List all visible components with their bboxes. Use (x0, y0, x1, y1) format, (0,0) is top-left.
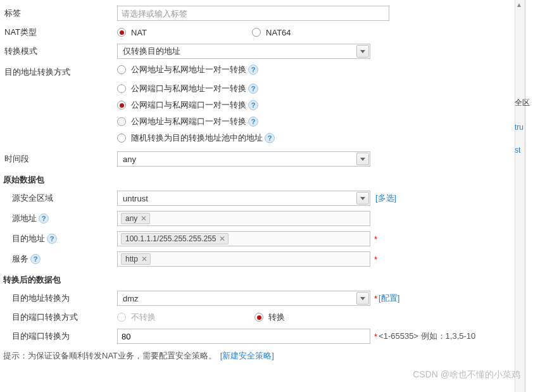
help-icon[interactable]: ? (30, 254, 41, 264)
nat-type-row: NAT类型 NAT NAT64 (0, 23, 525, 41)
side-label-3[interactable]: st (515, 146, 520, 155)
help-icon[interactable]: ? (265, 133, 275, 143)
dest-convert-label: 目的地址转换为 (3, 293, 117, 304)
convert-mode-label: 转换模式 (3, 46, 117, 57)
nat-type-label: NAT类型 (3, 27, 117, 38)
chevron-down-icon (356, 192, 369, 205)
radio-icon (254, 313, 263, 322)
tag-label: 标签 (3, 8, 117, 19)
dest-port-value-row: 目的端口转换为 * <1-65535> 例如：1,3,5-10 (0, 326, 525, 346)
chevron-down-icon (356, 292, 369, 305)
dest-method-radio-0[interactable]: 公网地址与私网地址一对一转换 ? (117, 64, 258, 75)
select-value: dmz (123, 294, 139, 303)
dest-addr-label: 目的地址 (12, 233, 45, 244)
chevron-down-icon (356, 45, 369, 58)
dest-addr-tagbox[interactable]: 100.1.1.1/255.255.255.255 ✕ (117, 231, 370, 246)
tag-input[interactable] (117, 6, 389, 21)
src-addr-row: 源地址 ? any ✕ (0, 208, 525, 229)
orig-packet-header: 原始数据包 (0, 169, 525, 188)
help-icon[interactable]: ? (248, 65, 258, 75)
nat-config-panel: ▲ 标签 NAT类型 NAT NAT64 转换模式 仅转换目的地址 (0, 0, 525, 392)
select-value: 仅转换目的地址 (123, 46, 180, 57)
radio-label: 公网地址与私网端口一对一转换 (131, 116, 246, 127)
radio-label: 随机转换为目的转换地址池中的地址 (131, 132, 263, 144)
select-value: untrust (123, 194, 148, 203)
dest-method-radio-1[interactable]: 公网端口与私网地址一对一转换 ? (117, 83, 258, 94)
radio-icon (117, 84, 126, 93)
convert-mode-row: 转换模式 仅转换目的地址 (0, 41, 525, 61)
nat-type-radio-nat64[interactable]: NAT64 (252, 28, 291, 37)
service-label: 服务 (12, 253, 28, 265)
radio-label: NAT (131, 28, 147, 37)
dest-convert-select[interactable]: dmz (117, 291, 370, 306)
chip-text: http (125, 255, 138, 263)
service-row: 服务 ? http ✕ * (0, 249, 525, 269)
dest-port-method-label: 目的端口转换方式 (3, 312, 117, 323)
required-asterisk: * (374, 294, 377, 303)
radio-label: 转换 (268, 312, 285, 323)
dest-addr-row: 目的地址 ? 100.1.1.1/255.255.255.255 ✕ * (0, 229, 525, 249)
radio-label: NAT64 (266, 28, 291, 37)
help-icon[interactable]: ? (248, 117, 258, 127)
radio-icon (117, 134, 126, 142)
dest-port-input[interactable] (117, 329, 370, 344)
help-icon[interactable]: ? (248, 84, 258, 94)
dest-method-radio-2[interactable]: 公网端口与私网端口一对一转换 ? (117, 99, 258, 111)
close-icon[interactable]: ✕ (141, 214, 147, 223)
chevron-down-icon (356, 153, 369, 165)
side-label-1: 全区 (515, 98, 530, 108)
select-value: any (123, 155, 136, 164)
dest-method-radio-4[interactable]: 随机转换为目的转换地址池中的地址 ? (117, 132, 275, 144)
radio-label: 公网地址与私网地址一对一转换 (131, 64, 246, 75)
dest-port-value-label: 目的端口转换为 (3, 331, 117, 342)
tag-chip: any ✕ (121, 213, 150, 224)
scroll-up-icon[interactable]: ▲ (516, 1, 524, 9)
port-hint: <1-65535> 例如：1,3,5-10 (379, 331, 475, 342)
radio-icon (117, 117, 126, 126)
src-zone-select[interactable]: untrust (117, 191, 370, 206)
tag-row: 标签 (0, 3, 525, 23)
src-zone-label: 源安全区域 (3, 193, 117, 204)
bottom-hint: 提示：为保证设备顺利转发NAT业务，需要配置安全策略。 [新建安全策略] (0, 346, 525, 365)
src-zone-row: 源安全区域 untrust [多选] (0, 188, 525, 208)
dest-method-label: 目的地址转换方式 (3, 64, 117, 78)
src-addr-label: 源地址 (12, 213, 37, 224)
chip-text: any (125, 214, 137, 223)
nat-type-radio-nat[interactable]: NAT (117, 28, 147, 37)
radio-icon (252, 28, 261, 37)
dest-method-radio-3[interactable]: 公网地址与私网端口一对一转换 ? (117, 116, 258, 127)
dest-port-method-row: 目的端口转换方式 不转换 转换 (0, 308, 525, 326)
tag-chip: 100.1.1.1/255.255.255.255 ✕ (121, 233, 229, 244)
port-method-radio-no: 不转换 (117, 312, 156, 323)
close-icon[interactable]: ✕ (219, 234, 225, 243)
new-policy-link[interactable]: [新建安全策略] (220, 351, 274, 360)
help-icon[interactable]: ? (39, 213, 49, 224)
radio-label: 不转换 (131, 312, 156, 323)
dest-convert-row: 目的地址转换为 dmz * [配置] (0, 288, 525, 308)
radio-icon (117, 65, 126, 74)
required-asterisk: * (374, 255, 377, 264)
chip-text: 100.1.1.1/255.255.255.255 (125, 234, 216, 243)
multi-select-link[interactable]: [多选] (375, 193, 396, 204)
converted-packet-header: 转换后的数据包 (0, 269, 525, 288)
watermark: CSDN @啥也不懂的小菜鸡 (413, 369, 520, 381)
time-period-select[interactable]: any (117, 151, 370, 167)
required-asterisk: * (374, 332, 377, 341)
radio-icon (117, 101, 126, 110)
side-label-2[interactable]: tru (515, 123, 524, 132)
radio-icon (117, 313, 126, 322)
configure-link[interactable]: [配置] (379, 293, 399, 304)
service-tagbox[interactable]: http ✕ (117, 251, 370, 267)
scrollbar[interactable]: ▲ (515, 0, 525, 392)
hint-text: 提示：为保证设备顺利转发NAT业务，需要配置安全策略。 (3, 351, 216, 360)
port-method-radio-yes[interactable]: 转换 (254, 312, 285, 323)
close-icon[interactable]: ✕ (141, 255, 147, 263)
convert-mode-select[interactable]: 仅转换目的地址 (117, 44, 370, 59)
radio-label: 公网端口与私网地址一对一转换 (131, 83, 246, 94)
help-icon[interactable]: ? (248, 100, 258, 110)
help-icon[interactable]: ? (47, 234, 57, 244)
time-period-row: 时间段 any (0, 149, 525, 169)
time-period-label: 时间段 (3, 153, 117, 165)
src-addr-tagbox[interactable]: any ✕ (117, 211, 370, 226)
dest-method-row: 目的地址转换方式 公网地址与私网地址一对一转换 ? (0, 61, 525, 80)
